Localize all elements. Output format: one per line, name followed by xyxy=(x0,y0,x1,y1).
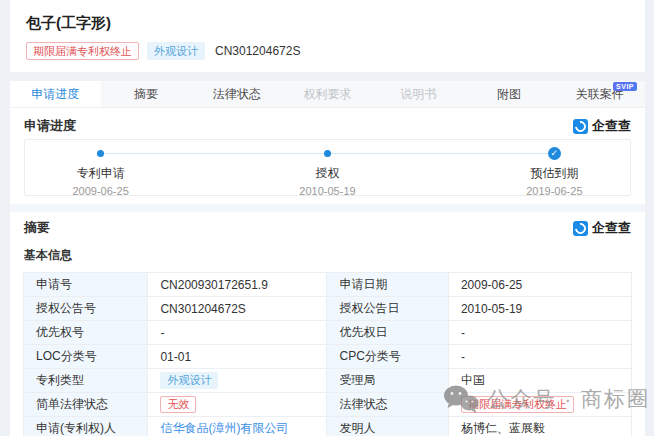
table-row: 申请(专利权)人 信华食品(漳州)有限公司 发明人 杨博仁、蓝展毅 xyxy=(24,416,631,436)
patent-detail-page: 包子(工字形) 期限届满专利权终止 外观设计 CN301204672S 申请进度… xyxy=(10,0,645,436)
table-row: 授权公告号 CN301204672S 授权公告日 2010-05-19 xyxy=(24,296,631,320)
field-value: - xyxy=(449,321,631,344)
timeline-node-expiry: ✓ 预估到期 2019-06-25 xyxy=(479,140,629,197)
timeline-dot-icon xyxy=(97,150,104,157)
table-row: LOC分类号 01-01 CPC分类号 - xyxy=(24,344,631,368)
field-label: 申请(专利权)人 xyxy=(24,417,148,436)
progress-section-header: 申请进度 企查查 xyxy=(10,116,645,136)
abstract-section-title: 摘要 xyxy=(24,219,50,237)
tab-bar: 申请进度 摘要 法律状态 权利要求 说明书 附图 关联案件 SVIP xyxy=(10,81,645,108)
tab-description[interactable]: 说明书 xyxy=(373,81,464,107)
qichacha-brand: 企查查 xyxy=(573,117,631,135)
timeline-dot-icon xyxy=(324,150,331,157)
field-value: 2009-06-25 xyxy=(449,273,631,296)
field-value: CN200930172651.9 xyxy=(148,273,327,296)
tab-application-progress[interactable]: 申请进度 xyxy=(10,81,101,107)
design-patent-tag: 外观设计 xyxy=(160,372,218,389)
field-value: 期限届满专利权终止 xyxy=(449,393,631,416)
page-title: 包子(工字形) xyxy=(26,10,629,33)
qichacha-logo-icon xyxy=(573,119,588,134)
patent-header: 包子(工字形) 期限届满专利权终止 外观设计 CN301204672S xyxy=(10,0,645,72)
tab-abstract[interactable]: 摘要 xyxy=(101,81,192,107)
check-circle-icon: ✓ xyxy=(548,147,561,160)
field-value: - xyxy=(148,321,327,344)
svip-badge: SVIP xyxy=(613,82,637,91)
field-label: 发明人 xyxy=(327,417,448,436)
progress-section-title: 申请进度 xyxy=(24,117,76,135)
field-label: 受理局 xyxy=(327,369,448,392)
field-value: 中国 xyxy=(449,369,631,392)
field-label: CPC分类号 xyxy=(327,345,448,368)
field-value: 杨博仁、蓝展毅 xyxy=(449,417,631,436)
table-row: 优先权号 - 优先权日 - xyxy=(24,320,631,344)
field-value: 外观设计 xyxy=(148,369,327,392)
field-label: 授权公告号 xyxy=(24,297,148,320)
tab-figures[interactable]: 附图 xyxy=(464,81,555,107)
field-label: 法律状态 xyxy=(327,393,448,416)
content-area: 申请进度 企查查 专利申请 2009-06-25 授权 2010-05-19 ✓… xyxy=(10,108,645,436)
field-value: 无效 xyxy=(148,393,327,416)
tag-row: 期限届满专利权终止 外观设计 CN301204672S xyxy=(26,42,629,60)
field-label: 申请日期 xyxy=(327,273,448,296)
tab-legal-status[interactable]: 法律状态 xyxy=(191,81,282,107)
application-timeline: 专利申请 2009-06-25 授权 2010-05-19 ✓ 预估到期 201… xyxy=(24,139,631,196)
tab-claims[interactable]: 权利要求 xyxy=(282,81,373,107)
basic-info-table: 申请号 CN200930172651.9 申请日期 2009-06-25 授权公… xyxy=(23,272,632,436)
invalid-status-tag: 无效 xyxy=(160,396,196,413)
field-value: 信华食品(漳州)有限公司 xyxy=(148,417,327,436)
field-label: 专利类型 xyxy=(24,369,148,392)
field-label: 授权公告日 xyxy=(327,297,448,320)
basic-info-subtitle: 基本信息 xyxy=(10,238,645,272)
patent-number: CN301204672S xyxy=(215,44,300,58)
field-label: 优先权日 xyxy=(327,321,448,344)
patentee-link[interactable]: 信华食品(漳州)有限公司 xyxy=(160,420,288,436)
legal-status-tag: 期限届满专利权终止 xyxy=(26,42,139,60)
expired-status-tag: 期限届满专利权终止 xyxy=(461,396,574,413)
field-value: 01-01 xyxy=(148,345,327,368)
abstract-section-header: 摘要 企查查 xyxy=(10,218,645,238)
field-label: LOC分类号 xyxy=(24,345,148,368)
qichacha-brand: 企查查 xyxy=(573,219,631,237)
field-value: - xyxy=(449,345,631,368)
qichacha-logo-icon xyxy=(573,221,588,236)
tab-related-cases[interactable]: 关联案件 SVIP xyxy=(554,81,645,107)
field-value: 2010-05-19 xyxy=(449,297,631,320)
table-row: 专利类型 外观设计 受理局 中国 xyxy=(24,368,631,392)
field-label: 优先权号 xyxy=(24,321,148,344)
field-value: CN301204672S xyxy=(148,297,327,320)
table-row: 申请号 CN200930172651.9 申请日期 2009-06-25 xyxy=(24,273,631,296)
timeline-node-filed: 专利申请 2009-06-25 xyxy=(26,140,176,197)
timeline-node-granted: 授权 2010-05-19 xyxy=(253,140,403,197)
field-label: 简单法律状态 xyxy=(24,393,148,416)
field-label: 申请号 xyxy=(24,273,148,296)
section-divider xyxy=(10,204,645,212)
patent-type-tag: 外观设计 xyxy=(147,42,205,60)
table-row: 简单法律状态 无效 法律状态 期限届满专利权终止 xyxy=(24,392,631,416)
